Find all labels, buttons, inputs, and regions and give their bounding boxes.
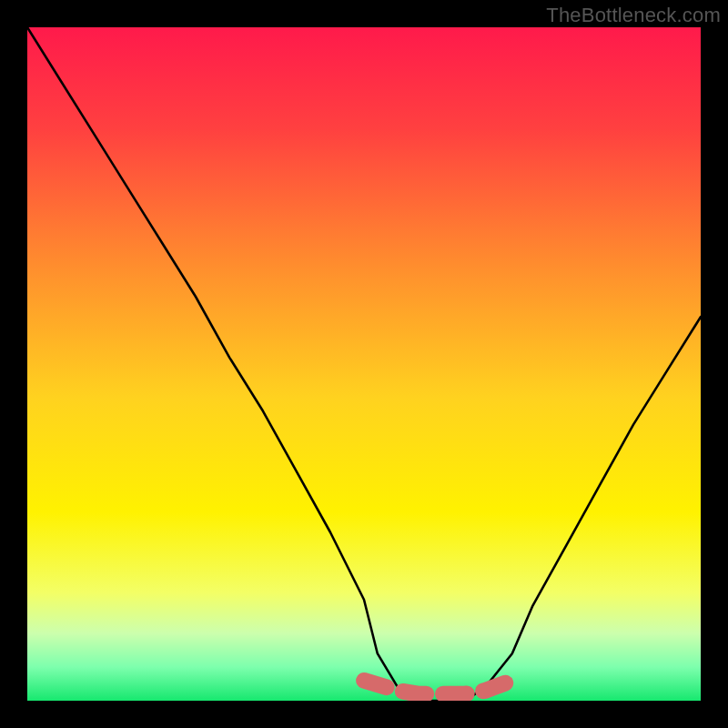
watermark-text: TheBottleneck.com [546,4,721,27]
curve-layer [27,27,701,701]
bottleneck-curve [27,27,701,701]
plot-area [27,27,701,701]
optimal-band [364,681,512,694]
chart-frame: TheBottleneck.com [0,0,728,728]
